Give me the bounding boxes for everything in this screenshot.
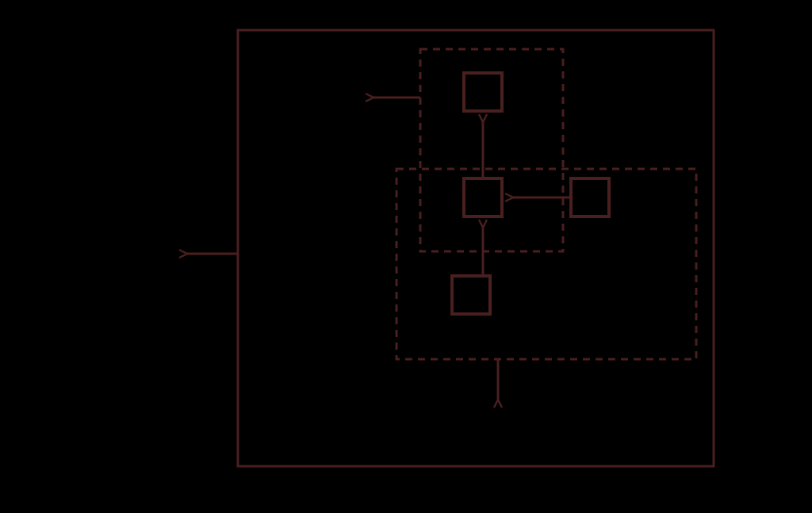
dashed-group-top <box>420 49 563 251</box>
small-box-mid <box>464 178 502 216</box>
small-box-bottom <box>452 276 490 314</box>
small-box-top <box>464 73 502 111</box>
diagram-canvas <box>0 0 812 513</box>
small-box-right <box>571 178 609 216</box>
outer-container <box>238 30 714 466</box>
